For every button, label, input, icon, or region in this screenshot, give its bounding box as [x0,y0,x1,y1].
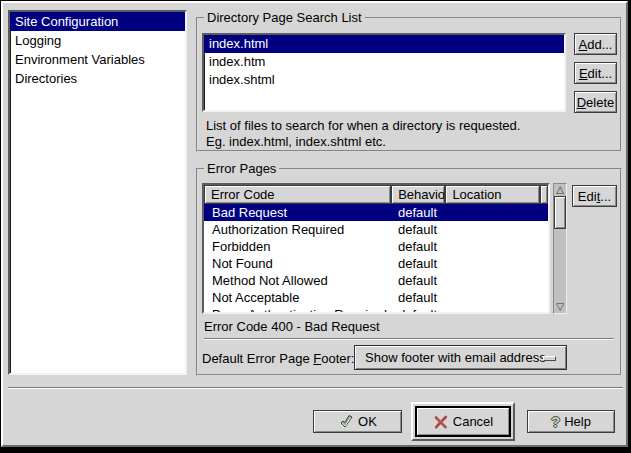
sidebar-item-directories[interactable]: Directories [10,69,185,88]
footer-dropdown-value: Show footer with email address [365,350,546,365]
option-menu-indicator-icon [543,356,556,361]
table-row[interactable]: Forbidden default [204,238,548,255]
default-button-ring: Cancel [411,402,515,441]
list-item-index-html[interactable]: index.html [204,35,564,53]
table-row[interactable]: Method Not Allowed default [204,272,548,289]
divider [8,387,623,389]
scroll-down-icon[interactable]: ▽ [554,301,566,313]
help-question-icon: ? [551,414,560,430]
error-pages-table: Error Code Behavior Location Bad Request… [202,183,550,314]
cancel-button[interactable]: Cancel [415,406,511,437]
config-nav-list: Site Configuration Logging Environment V… [8,10,187,375]
directory-help-line1: List of files to search for when a direc… [206,118,520,134]
divider [204,338,614,340]
table-body: Bad Request default Authorization Requir… [204,204,548,312]
window-frame: Site Configuration Logging Environment V… [0,0,631,453]
scroll-up-icon[interactable]: △ [554,184,566,196]
error-pages-group: Error Pages Error Code Behavior Location… [196,168,622,376]
table-row[interactable]: Proxy Authentication Required default [204,306,548,312]
footer-dropdown[interactable]: Show footer with email address [354,345,567,370]
error-edit-button[interactable]: Edit... [572,185,617,207]
ok-check-icon [338,414,354,430]
sidebar-item-environment-variables[interactable]: Environment Variables [10,50,185,69]
list-item-index-htm[interactable]: index.htm [204,53,564,71]
site-configuration-dialog: Site Configuration Logging Environment V… [1,1,628,447]
list-item-index-shtml[interactable]: index.shtml [204,71,564,89]
column-header-error-code[interactable]: Error Code [204,185,391,204]
error-table-scrollbar[interactable]: △ ▽ [553,183,567,314]
ok-button[interactable]: OK [313,410,402,433]
table-header-row: Error Code Behavior Location [204,185,548,204]
edit-button[interactable]: Edit... [574,62,617,84]
directory-page-search-group: Directory Page Search List index.html in… [196,17,622,152]
cancel-x-icon [433,414,449,430]
group-title: Directory Page Search List [204,11,365,25]
add-button[interactable]: Add... [574,33,617,55]
table-row[interactable]: Authorization Required default [204,221,548,238]
sidebar-item-logging[interactable]: Logging [10,31,185,50]
directory-help-line2: Eg. index.html, index.shtml etc. [206,134,386,150]
group-title: Error Pages [204,162,279,176]
delete-button[interactable]: Delete [574,91,617,113]
column-header-filler [540,185,548,204]
column-header-location[interactable]: Location [445,185,540,204]
table-row[interactable]: Not Acceptable default [204,289,548,306]
help-button[interactable]: ? Help [527,410,615,433]
error-code-status: Error Code 400 - Bad Request [204,319,380,334]
sidebar-item-site-configuration[interactable]: Site Configuration [10,12,185,31]
default-error-footer-label: Default Error Page Footer: [202,351,354,366]
directory-file-list: index.html index.htm index.shtml [202,33,566,112]
table-row[interactable]: Bad Request default [204,204,548,221]
column-header-behavior[interactable]: Behavior [391,185,445,204]
scrollbar-thumb[interactable] [554,196,566,229]
table-row[interactable]: Not Found default [204,255,548,272]
